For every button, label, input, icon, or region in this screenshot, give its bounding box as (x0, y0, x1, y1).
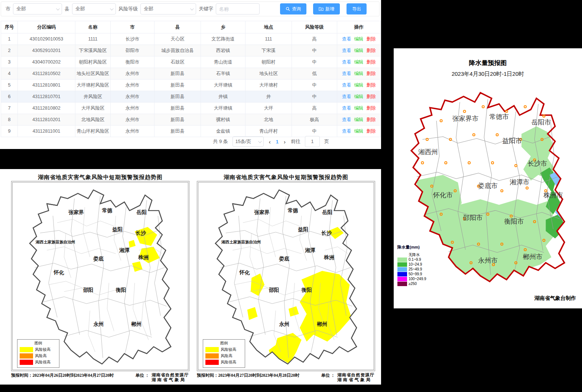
table-row[interactable]: 543112810801大坪塘村风险区永州市新田县大坪塘镇大坪塘村中 查看编辑删… (1, 80, 381, 91)
cell-city: 永州市 (111, 103, 155, 114)
edit-link[interactable]: 编辑 (354, 106, 364, 111)
trend-map-legend: 图例 风险较高 风险高 风险很高 (17, 339, 59, 368)
city-label: 张家界市 (452, 115, 478, 122)
cell-county: 新田县 (155, 80, 201, 91)
cell-code: 43112811001 (18, 126, 75, 137)
table-row[interactable]: 843112810201北地风险区永州市新田县骥村镇北地极高 查看编辑删除 (1, 114, 381, 126)
cell-place: 地头社区 (246, 68, 292, 80)
col-header: 风险等级 (292, 21, 337, 33)
cell-no: 8 (1, 114, 18, 126)
chevron-down-icon (258, 139, 262, 143)
table-row[interactable]: 243052910201下宋溪风险区邵阳市城步苗族自治县西岩镇下宋溪中 查看编辑… (1, 45, 381, 56)
view-link[interactable]: 查看 (342, 36, 351, 42)
city-label: 永州 (279, 321, 289, 327)
table-row[interactable]: 343040700202朝阳村风险区衡阳市石鼓区青山街道朝阳村中 查看编辑删除 (1, 56, 381, 68)
delete-link[interactable]: 删除 (367, 117, 376, 122)
cell-city: 永州市 (111, 80, 155, 91)
add-button[interactable]: 新增 (313, 3, 340, 14)
edit-link[interactable]: 编辑 (354, 117, 364, 122)
prev-page-button[interactable]: ‹ (268, 139, 272, 145)
view-link[interactable]: 查看 (342, 71, 351, 76)
cell-level: 高 (292, 33, 337, 45)
folder-add-icon (319, 7, 323, 11)
table-row[interactable]: 743112810802大坪风险区永州市新田县大坪塘镇大坪高 查看编辑删除 (1, 103, 381, 114)
precip-map-title: 降水量预报图 (394, 48, 582, 67)
delete-link[interactable]: 删除 (367, 48, 376, 53)
cell-county: 新田县 (155, 126, 201, 137)
city-select[interactable]: 全部 (13, 3, 62, 14)
col-header: 乡 (201, 21, 246, 33)
edit-link[interactable]: 编辑 (354, 71, 364, 76)
delete-link[interactable]: 删除 (367, 129, 376, 134)
page-size-select[interactable]: 15条/页 (233, 136, 264, 147)
search-button[interactable]: 查询 (280, 3, 306, 14)
city-select-value: 全部 (16, 6, 26, 12)
city-label: 怀化 (53, 269, 64, 275)
county-select[interactable]: 全部 (72, 3, 116, 14)
city-label: 株洲市 (543, 191, 563, 199)
edit-link[interactable]: 编辑 (354, 59, 364, 65)
city-label: 湘西土家族苗族自治州 (35, 240, 75, 244)
cell-no: 7 (1, 103, 18, 114)
delete-link[interactable]: 删除 (367, 94, 376, 99)
table-row[interactable]: 143010290100531111长沙市天心区文艺路街道111高 查看编辑删除 (1, 33, 381, 45)
city-label: 湘潭市 (510, 178, 530, 186)
delete-link[interactable]: 删除 (367, 71, 376, 76)
trend-map-card-2: 湖南省地质灾害气象风险中短期预警预报趋势图 张家界 常德 (196, 169, 376, 385)
cell-name: 1111 (75, 33, 111, 45)
cell-city: 衡阳市 (111, 56, 155, 68)
view-link[interactable]: 查看 (342, 106, 351, 111)
legend-swatch-magenta (397, 277, 407, 281)
legend-label: 风险高 (221, 353, 233, 359)
legend-swatch-red (205, 360, 219, 365)
city-label: 张家界 (68, 209, 84, 215)
cell-code: 43040700202 (18, 56, 75, 68)
view-link[interactable]: 查看 (342, 48, 351, 53)
risk-level-select[interactable]: 全部 (140, 3, 196, 14)
cell-city: 邵阳市 (111, 45, 155, 56)
delete-link[interactable]: 删除 (367, 36, 376, 42)
legend-label: 风险较高 (221, 347, 236, 352)
table-row[interactable]: 643112810701井风险区永州市新田县井镇井中 查看编辑删除 (1, 91, 381, 103)
keyword-input[interactable] (216, 3, 260, 14)
edit-link[interactable]: 编辑 (354, 94, 364, 99)
filter-bar: 市 全部 县 全部 风险等级 全部 关键字 查询 新增 导出 (1, 1, 380, 16)
view-link[interactable]: 查看 (342, 94, 351, 99)
edit-link[interactable]: 编辑 (354, 36, 364, 42)
city-label: 岳阳 (136, 209, 147, 215)
legend-label: ≥250 (409, 282, 417, 286)
delete-link[interactable]: 删除 (367, 59, 376, 65)
next-page-button[interactable]: › (283, 139, 286, 145)
forecast-time: 预报时间：2023年04月26日20时到2023年04月27日20时 (11, 373, 114, 382)
cell-code: 43052910201 (18, 45, 75, 56)
city-label: 湘西土家族苗族自治州 (221, 240, 261, 244)
legend-swatch-lightgreen (397, 257, 407, 262)
legend-title: 图例 (20, 341, 57, 346)
city-label: 益阳市 (502, 137, 522, 145)
cell-town: 骥村镇 (201, 114, 246, 126)
trend-map-title: 湖南省地质灾害气象风险中短期预警预报趋势图 (196, 169, 376, 181)
edit-link[interactable]: 编辑 (354, 129, 364, 134)
precip-map-subtitle: 2023年4月30日20时-1日20时 (394, 67, 582, 78)
view-link[interactable]: 查看 (342, 82, 351, 88)
table-row[interactable]: 443112810502地头社区风险区永州市新田县石羊镇地头社区低 查看编辑删除 (1, 68, 381, 80)
view-link[interactable]: 查看 (342, 117, 351, 122)
delete-link[interactable]: 删除 (367, 82, 376, 88)
view-link[interactable]: 查看 (342, 129, 351, 134)
city-label: 郴州市 (523, 253, 543, 260)
city-label: 长沙 (135, 230, 146, 236)
view-link[interactable]: 查看 (342, 59, 351, 65)
current-page[interactable]: 1 (276, 139, 279, 145)
delete-link[interactable]: 删除 (367, 106, 376, 111)
legend-swatch-none (397, 253, 407, 257)
cell-ops: 查看编辑删除 (337, 103, 381, 114)
goto-page-input[interactable] (305, 136, 320, 147)
edit-link[interactable]: 编辑 (354, 48, 364, 53)
edit-link[interactable]: 编辑 (354, 82, 364, 88)
legend-label: 风险很高 (35, 360, 51, 365)
export-button[interactable]: 导出 (347, 3, 367, 14)
cell-name: 青山坪村风险区 (75, 126, 111, 137)
legend-label: 风险高 (35, 353, 47, 359)
cell-county: 新田县 (155, 114, 201, 126)
table-row[interactable]: 943112811001青山坪村风险区永州市新田县金盆镇青山坪村中 查看编辑删除 (1, 126, 381, 137)
